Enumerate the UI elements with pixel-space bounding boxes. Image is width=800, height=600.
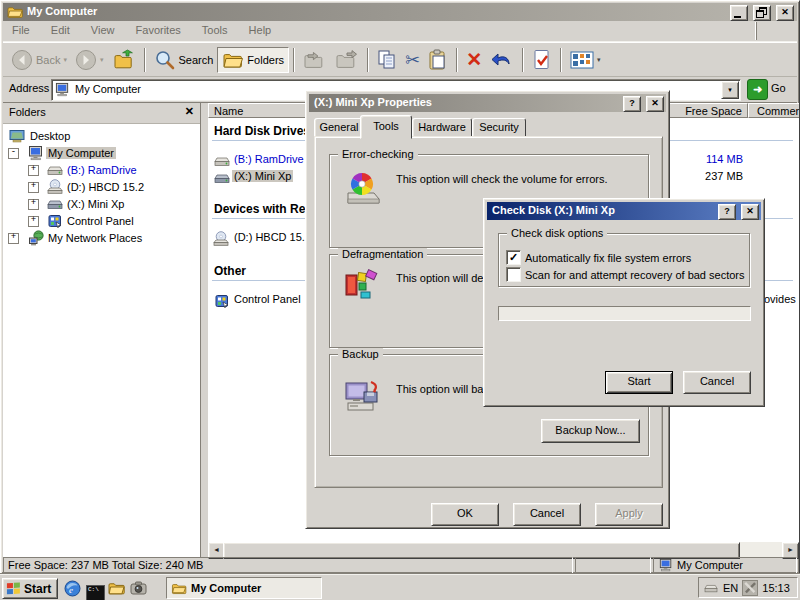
camera-icon[interactable] [130,580,147,596]
ie-icon[interactable]: e [64,580,81,597]
expand-box[interactable]: + [28,182,39,193]
undo-arrow-icon [490,49,514,71]
delete-button[interactable]: ✕ [462,47,486,73]
delete-x-icon: ✕ [466,50,482,70]
cancel-button[interactable]: Cancel [513,503,581,526]
forward-button[interactable]: ▾ [71,47,108,73]
error-checking-text: This option will check the volume for er… [396,172,636,186]
tree-label[interactable]: Desktop [28,130,72,142]
backup-now-button[interactable]: Backup Now... [541,419,640,443]
command-prompt-icon[interactable]: C:\ [86,581,105,600]
menu-edit[interactable]: Edit [42,21,79,39]
scan-sectors-checkbox[interactable] [506,267,521,282]
forward-dropdown-icon[interactable]: ▾ [100,56,104,64]
go-arrow-icon[interactable]: ➜ [747,79,768,100]
help-button[interactable]: ? [718,204,736,220]
expand-box[interactable]: + [8,233,19,244]
tree-item-desktop[interactable]: Desktop [3,128,200,145]
menu-favorites[interactable]: Favorites [127,21,190,39]
window-titlebar[interactable]: My Computer ✕ [3,3,797,21]
tray-clock[interactable]: 15:13 [762,582,790,594]
back-button[interactable]: Back ▾ [7,47,71,73]
start-button[interactable]: Start [2,578,58,599]
undo-button[interactable] [486,47,518,73]
tree-item-network-places[interactable]: + My Network Places [3,230,200,247]
tray-language-indicator[interactable]: EN [723,582,738,594]
tray-disk-icon[interactable] [703,582,719,594]
expand-box[interactable]: + [28,216,39,227]
window-folder-icon [7,4,23,20]
progress-bar [498,306,751,321]
minimize-button[interactable] [730,5,748,21]
cut-button[interactable]: ✂ [401,47,424,73]
tree-item-minixp[interactable]: + (X:) Mini Xp [3,196,200,213]
views-button[interactable]: ▾ [566,47,605,73]
fix-errors-checkbox[interactable]: ✓ [506,250,521,265]
tree-label[interactable]: (D:) HBCD 15.2 [65,181,146,193]
tree-label[interactable]: (X:) Mini Xp [65,198,126,210]
properties-check-button[interactable] [528,47,556,73]
up-button[interactable] [108,47,140,73]
collapse-box[interactable]: - [8,148,19,159]
tab-hardware[interactable]: Hardware [412,118,472,138]
folders-button[interactable]: Folders [217,47,289,73]
close-button[interactable]: ✕ [776,5,794,21]
network-places-icon [28,230,44,246]
copy-to-button[interactable] [331,47,363,73]
status-panel-left: Free Space: 237 MB Total Size: 240 MB [3,557,573,574]
search-button[interactable]: Search [150,47,218,73]
expand-box[interactable]: + [28,199,39,210]
file-name[interactable]: (D:) HBCD 15.2 [232,231,313,243]
restore-button[interactable] [753,5,771,21]
go-label[interactable]: Go [771,82,786,94]
tab-security[interactable]: Security [472,118,526,138]
tree-item-hbcd[interactable]: + (D:) HBCD 15.2 [3,179,200,196]
menu-file[interactable]: File [3,21,39,39]
copy-button[interactable] [373,47,401,73]
tree-item-my-computer[interactable]: - My Computer [3,145,200,162]
close-button[interactable]: ✕ [741,204,759,220]
cancel-button[interactable]: Cancel [683,371,751,394]
views-dropdown-icon[interactable]: ▾ [597,56,601,64]
tray-tools-icon[interactable] [742,580,758,596]
menu-tools[interactable]: Tools [193,21,237,39]
column-header-free-space[interactable]: Free Space [666,103,748,118]
menu-view[interactable]: View [82,21,124,39]
help-button[interactable]: ? [623,96,641,112]
file-name[interactable]: (B:) RamDrive [232,153,306,165]
tree-label[interactable]: Control Panel [65,215,136,227]
error-checking-icon [344,169,382,205]
tree-label[interactable]: My Computer [46,147,116,159]
scan-sectors-label[interactable]: Scan for and attempt recovery of bad sec… [525,269,745,281]
menu-help[interactable]: Help [240,21,281,39]
close-button[interactable]: ✕ [646,96,664,112]
tab-general[interactable]: General [314,118,364,138]
tree-label[interactable]: My Network Places [46,232,144,244]
move-to-button[interactable] [299,47,331,73]
start-button[interactable]: Start [605,371,673,394]
back-dropdown-icon[interactable]: ▾ [63,56,67,64]
tab-tools[interactable]: Tools [360,115,412,139]
tree-item-control-panel[interactable]: + Control Panel [3,213,200,230]
copy-to-icon [335,49,359,71]
fix-errors-label[interactable]: Automatically fix file system errors [525,252,691,264]
file-name-selected[interactable]: (X:) Mini Xp [232,170,293,182]
file-name[interactable]: Control Panel [232,293,303,305]
tree-item-ramdrive[interactable]: + (B:) RamDrive [3,162,200,179]
expand-box[interactable]: + [28,165,39,176]
tree-label[interactable]: (B:) RamDrive [65,164,139,176]
folder-quicklaunch-icon[interactable] [108,580,125,596]
address-dropdown-button[interactable]: ▾ [721,81,739,99]
start-label: Start [24,582,51,596]
ok-button[interactable]: OK [431,503,499,526]
check-disk-titlebar[interactable]: Check Disk (X:) Mini Xp ? ✕ [487,202,761,220]
column-header-comment[interactable]: Comment [748,103,799,118]
error-checking-label: Error-checking [338,148,418,160]
properties-dialog-titlebar[interactable]: (X:) Mini Xp Properties ? ✕ [309,94,666,112]
paste-button[interactable] [424,47,452,73]
folders-panel-close-icon[interactable]: ✕ [185,105,194,118]
apply-button[interactable]: Apply [595,503,663,526]
taskbar-task-my-computer[interactable]: My Computer [166,577,322,599]
pane-splitter[interactable] [201,103,208,557]
horizontal-scrollbar[interactable]: ◄ ► [208,542,799,557]
